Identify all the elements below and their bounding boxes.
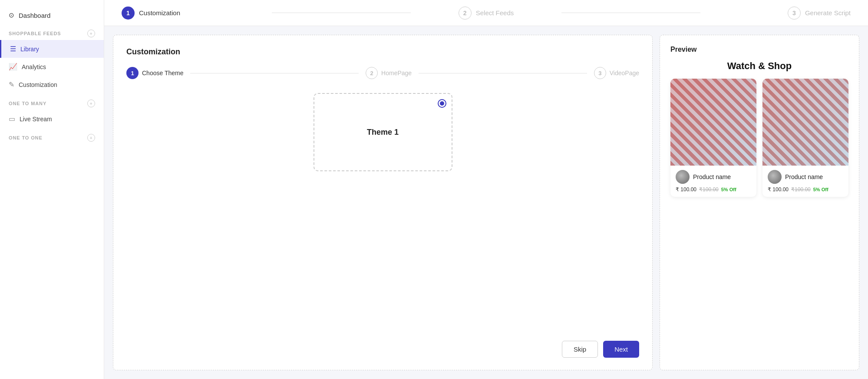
inner-step-line-1 <box>190 73 359 73</box>
preview-card-2-image <box>762 79 848 166</box>
skip-button[interactable]: Skip <box>562 341 598 358</box>
top-step-2-circle: 2 <box>459 7 472 20</box>
customization-icon: ✎ <box>9 80 14 89</box>
one-to-many-expand-icon[interactable]: + <box>87 100 95 107</box>
top-step-3-circle: 3 <box>788 7 801 20</box>
inner-step-3-circle: 3 <box>594 67 606 79</box>
sidebar-item-dashboard[interactable]: ⊙ Dashboard <box>0 7 104 23</box>
theme-1-radio[interactable] <box>438 99 446 108</box>
preview-card-1-top: Product name <box>676 170 751 184</box>
top-step-3: 3 Generate Script <box>700 7 851 20</box>
inner-step-1-circle: 1 <box>126 67 139 79</box>
main-content: 1 Customization 2 Select Feeds 3 Generat… <box>104 0 868 379</box>
preview-card-2-info: Product name ₹ 100.00 ₹100.00 5% Off <box>762 166 848 197</box>
theme-1-label: Theme 1 <box>367 128 399 137</box>
top-step-1-circle: 1 <box>122 7 135 20</box>
sidebar-section-shoppable-feeds: SHOPPABLE FEEDS + <box>0 23 104 40</box>
analytics-icon: 📈 <box>9 63 17 71</box>
sidebar-item-customization[interactable]: ✎ Customization <box>0 76 104 93</box>
inner-step-3: 3 VideoPage <box>594 67 639 79</box>
inner-step-1: 1 Choose Theme <box>126 67 183 79</box>
sidebar-item-live-stream[interactable]: ▭ Live Stream <box>0 110 104 128</box>
dashboard-icon: ⊙ <box>9 11 14 19</box>
action-buttons: Skip Next <box>126 341 639 358</box>
inner-step-1-label: Choose Theme <box>142 70 183 76</box>
preview-card-1-image <box>670 79 756 166</box>
live-stream-icon: ▭ <box>9 115 15 123</box>
preview-card-1-info: Product name ₹ 100.00 ₹100.00 5% Off <box>670 166 756 197</box>
sidebar-library-label: Library <box>20 46 39 53</box>
preview-card-1-img-inner <box>670 79 756 166</box>
preview-card-2-price-row: ₹ 100.00 ₹100.00 5% Off <box>768 186 843 193</box>
top-step-2: 2 Select Feeds <box>411 7 561 20</box>
preview-card-1-price-row: ₹ 100.00 ₹100.00 5% Off <box>676 186 751 193</box>
top-step-1: 1 Customization <box>122 7 272 20</box>
inner-stepper: 1 Choose Theme 2 HomePage 3 VideoPage <box>126 67 639 79</box>
preview-card-2: Product name ₹ 100.00 ₹100.00 5% Off <box>762 79 848 197</box>
inner-step-2: 2 HomePage <box>366 67 412 79</box>
inner-step-line-2 <box>419 73 587 73</box>
preview-card-2-price-discount: 5% Off <box>813 187 828 192</box>
top-step-divider-2 <box>561 13 700 13</box>
next-button[interactable]: Next <box>603 341 639 358</box>
preview-card-1-avatar <box>676 170 690 184</box>
preview-card-2-avatar <box>768 170 782 184</box>
inner-step-2-label: HomePage <box>381 70 412 76</box>
preview-card-2-img-inner <box>762 79 848 166</box>
customization-panel: Customization 1 Choose Theme 2 HomePage <box>113 35 653 370</box>
inner-step-2-circle: 2 <box>366 67 378 79</box>
sidebar-section-one-to-many: ONE TO MANY + <box>0 93 104 110</box>
sidebar-customization-label: Customization <box>19 81 57 88</box>
theme-card-container: Theme 1 <box>126 93 639 327</box>
preview-card-2-product-name: Product name <box>785 173 823 180</box>
content-area: Customization 1 Choose Theme 2 HomePage <box>104 26 868 379</box>
sidebar-live-stream-label: Live Stream <box>20 116 52 123</box>
top-step-1-label: Customization <box>139 9 180 17</box>
preview-card-2-price-original: ₹100.00 <box>791 186 811 193</box>
preview-card-1-price-original: ₹100.00 <box>699 186 719 193</box>
preview-cards: Product name ₹ 100.00 ₹100.00 5% Off <box>670 79 848 197</box>
preview-card-1: Product name ₹ 100.00 ₹100.00 5% Off <box>670 79 756 197</box>
preview-shop-title: Watch & Shop <box>670 60 848 72</box>
preview-card-2-price-current: ₹ 100.00 <box>768 186 789 193</box>
inner-step-3-label: VideoPage <box>610 70 639 76</box>
sidebar-dashboard-label: Dashboard <box>19 12 50 19</box>
top-step-divider-1 <box>272 13 411 13</box>
top-step-2-label: Select Feeds <box>476 9 514 17</box>
preview-title: Preview <box>670 46 848 53</box>
preview-card-2-top: Product name <box>768 170 843 184</box>
preview-card-1-price-current: ₹ 100.00 <box>676 186 696 193</box>
sidebar: ⊙ Dashboard SHOPPABLE FEEDS + ☰ Library … <box>0 0 104 379</box>
top-stepper: 1 Customization 2 Select Feeds 3 Generat… <box>104 0 868 26</box>
theme-1-radio-inner <box>440 101 444 106</box>
sidebar-item-library[interactable]: ☰ Library <box>0 40 104 58</box>
preview-panel: Preview Watch & Shop Product name <box>660 35 859 370</box>
shoppable-feeds-expand-icon[interactable]: + <box>87 30 95 37</box>
customization-panel-title: Customization <box>126 47 639 57</box>
one-to-one-expand-icon[interactable]: + <box>87 134 95 142</box>
sidebar-analytics-label: Analytics <box>22 63 46 70</box>
preview-card-1-price-discount: 5% Off <box>721 187 736 192</box>
sidebar-section-one-to-one: ONE TO ONE + <box>0 128 104 144</box>
top-step-3-label: Generate Script <box>805 9 851 17</box>
preview-card-1-product-name: Product name <box>693 173 731 180</box>
theme-1-card[interactable]: Theme 1 <box>314 93 452 171</box>
library-icon: ☰ <box>10 45 16 53</box>
sidebar-item-analytics[interactable]: 📈 Analytics <box>0 58 104 76</box>
